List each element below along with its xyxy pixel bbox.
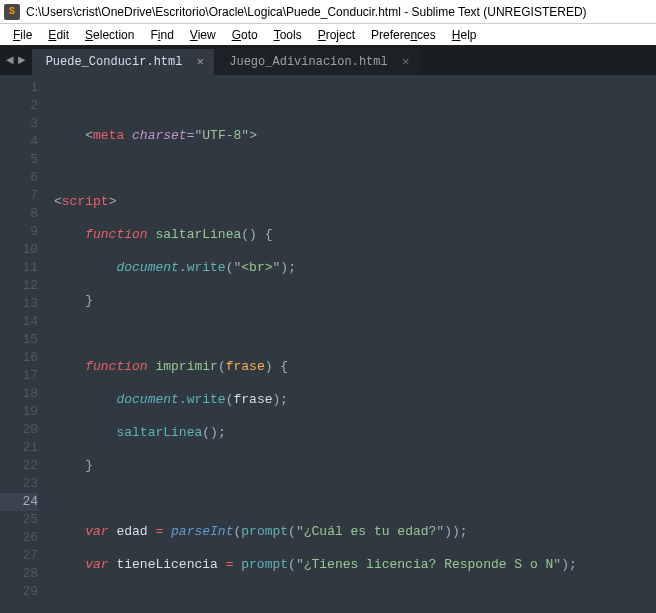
menu-tools[interactable]: Tools	[267, 26, 309, 44]
tab-label: Juego_Adivinacion.html	[229, 55, 387, 69]
code-area[interactable]: <meta charset="UTF-8"> <script> function…	[46, 75, 656, 613]
line-number: 10	[0, 241, 38, 259]
tab-bar: ◄ ► Puede_Conducir.html × Juego_Adivinac…	[0, 45, 656, 75]
line-number: 24	[0, 493, 38, 511]
tab-puede-conducir[interactable]: Puede_Conducir.html ×	[32, 49, 215, 75]
line-number: 29	[0, 583, 38, 601]
menu-goto[interactable]: Goto	[225, 26, 265, 44]
menu-view[interactable]: View	[183, 26, 223, 44]
gutter: 1 2 3 4 5 6 7 8 9 10 11 12 13 14 15 16 1…	[0, 75, 46, 613]
line-number: 20	[0, 421, 38, 439]
menu-project[interactable]: Project	[311, 26, 362, 44]
line-number: 9	[0, 223, 38, 241]
line-number: 21	[0, 439, 38, 457]
close-icon[interactable]: ×	[402, 55, 410, 70]
menu-preferences[interactable]: Preferences	[364, 26, 443, 44]
code-line: var tieneLicencia = prompt("¿Tienes lice…	[54, 556, 656, 574]
code-line: var edad = parseInt(prompt("¿Cuál es tu …	[54, 523, 656, 541]
menu-find[interactable]: Find	[143, 26, 180, 44]
window-title: C:\Users\crist\OneDrive\Escritorio\Oracl…	[26, 5, 587, 19]
code-line	[54, 325, 656, 343]
code-line: function saltarLinea() {	[54, 226, 656, 244]
line-number: 17	[0, 367, 38, 385]
line-number: 8	[0, 205, 38, 223]
code-line	[54, 490, 656, 508]
line-number: 12	[0, 277, 38, 295]
line-number: 18	[0, 385, 38, 403]
menu-file[interactable]: File	[6, 26, 39, 44]
tab-juego-adivinacion[interactable]: Juego_Adivinacion.html ×	[215, 49, 419, 75]
code-line	[54, 589, 656, 607]
line-number: 1	[0, 79, 38, 97]
line-number: 23	[0, 475, 38, 493]
code-line: }	[54, 457, 656, 475]
line-number: 19	[0, 403, 38, 421]
nav-forward-icon[interactable]: ►	[18, 53, 26, 68]
code-line: }	[54, 292, 656, 310]
code-line: <script>	[54, 193, 656, 211]
code-line	[54, 94, 656, 112]
editor[interactable]: 1 2 3 4 5 6 7 8 9 10 11 12 13 14 15 16 1…	[0, 75, 656, 613]
code-line: document.write("<br>");	[54, 259, 656, 277]
menu-selection[interactable]: Selection	[78, 26, 141, 44]
nav-arrows: ◄ ►	[0, 53, 32, 68]
line-number: 5	[0, 151, 38, 169]
line-number: 4	[0, 133, 38, 151]
code-line	[54, 160, 656, 178]
line-number: 7	[0, 187, 38, 205]
line-number: 25	[0, 511, 38, 529]
line-number: 16	[0, 349, 38, 367]
line-number: 27	[0, 547, 38, 565]
line-number: 3	[0, 115, 38, 133]
line-number: 13	[0, 295, 38, 313]
menu-edit[interactable]: Edit	[41, 26, 76, 44]
close-icon[interactable]: ×	[196, 55, 204, 70]
nav-back-icon[interactable]: ◄	[6, 53, 14, 68]
line-number: 11	[0, 259, 38, 277]
line-number: 14	[0, 313, 38, 331]
app-icon: S	[4, 4, 20, 20]
tab-label: Puede_Conducir.html	[46, 55, 183, 69]
menubar: File Edit Selection Find View Goto Tools…	[0, 24, 656, 45]
line-number: 28	[0, 565, 38, 583]
line-number: 22	[0, 457, 38, 475]
code-line: saltarLinea();	[54, 424, 656, 442]
line-number: 26	[0, 529, 38, 547]
code-line: function imprimir(frase) {	[54, 358, 656, 376]
code-line: <meta charset="UTF-8">	[54, 127, 656, 145]
line-number: 15	[0, 331, 38, 349]
line-number: 6	[0, 169, 38, 187]
titlebar: S C:\Users\crist\OneDrive\Escritorio\Ora…	[0, 0, 656, 24]
menu-help[interactable]: Help	[445, 26, 484, 44]
line-number: 2	[0, 97, 38, 115]
code-line: document.write(frase);	[54, 391, 656, 409]
